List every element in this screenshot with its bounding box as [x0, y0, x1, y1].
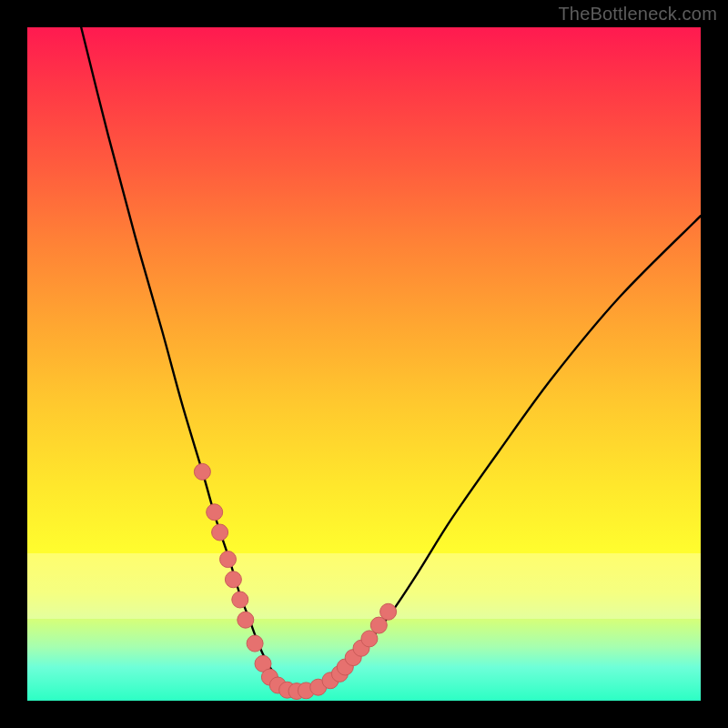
plot-area [27, 27, 701, 701]
watermark-text: TheBottleneck.com [558, 4, 717, 25]
chart-container: TheBottleneck.com [0, 0, 728, 728]
